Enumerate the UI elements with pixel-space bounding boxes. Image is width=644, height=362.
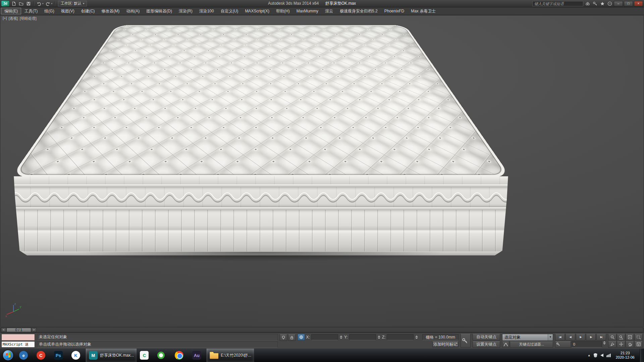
taskbar-app-corel[interactable]: C	[137, 349, 154, 362]
minimize-button[interactable]: –	[614, 1, 623, 6]
menu-item[interactable]: 工具(T)	[21, 8, 41, 14]
taskbar-app-photoshop[interactable]: Ps	[51, 349, 68, 362]
zoom-region-button[interactable]	[634, 334, 643, 341]
time-slider-handle[interactable]: 0 / 1	[6, 328, 31, 332]
goto-end-button[interactable]: ▶|	[596, 334, 606, 341]
goto-start-button[interactable]: |◀	[555, 334, 565, 341]
tray-clock[interactable]: 21:23 2020-12-06	[614, 351, 637, 360]
pan-view-button[interactable]	[617, 341, 625, 348]
menu-item[interactable]: 渲染(R)	[175, 8, 196, 14]
key-filters-button[interactable]: 关键点过滤器...	[510, 342, 553, 348]
menu-item[interactable]: 自定义(U)	[217, 8, 242, 14]
isolate-selection-toggle[interactable]	[280, 334, 287, 341]
menu-item[interactable]: MaxMummy	[293, 8, 322, 14]
selection-set-dropdown[interactable]: 选定对象 ▼	[502, 334, 553, 341]
absolute-mode-toggle[interactable]	[298, 334, 305, 341]
taskbar-app-audition[interactable]: Au	[189, 349, 207, 362]
menu-item[interactable]: 创建(C)	[78, 8, 98, 14]
menu-item[interactable]: 视图(V)	[58, 8, 78, 14]
menu-item[interactable]: 渲云	[322, 8, 336, 14]
taskbar-app-red-c[interactable]: C	[34, 349, 51, 362]
pan-icon	[619, 342, 624, 347]
perspective-viewport[interactable]: [+] [透视] [明暗处理]	[0, 15, 644, 327]
selection-lock-toggle[interactable]	[288, 334, 296, 341]
menu-item[interactable]: 动画(A)	[123, 8, 143, 14]
frame-spinner[interactable]	[603, 341, 606, 348]
mattress-piping-upper	[12, 184, 510, 187]
menu-item[interactable]: 编辑(E)	[1, 8, 21, 14]
taskbar-app-browser[interactable]: e	[16, 349, 34, 362]
taskbar-window-explorer[interactable]: E:\天竹2020\舒...	[207, 349, 254, 362]
search-button[interactable]	[584, 1, 591, 6]
z-spinner[interactable]	[415, 336, 418, 339]
auto-key-button[interactable]: 自动关键点	[473, 334, 500, 341]
current-frame-input[interactable]	[572, 341, 602, 348]
menu-item[interactable]: MAXScript(X)	[241, 8, 273, 14]
coordinate-y-input[interactable]	[349, 334, 376, 340]
viewport-shading-menu[interactable]: [明暗处理]	[20, 16, 37, 21]
taskbar-app-chrome[interactable]	[172, 349, 189, 362]
menu-item[interactable]: 修改器(M)	[98, 8, 123, 14]
set-key-button[interactable]: 设置关键点	[473, 341, 500, 348]
maximize-button[interactable]: □	[624, 1, 633, 6]
show-desktop-button[interactable]	[640, 349, 644, 362]
key-mode-toggle[interactable]	[555, 341, 571, 348]
coordinate-z-input[interactable]	[387, 334, 414, 340]
menu-item[interactable]: 渲染100	[196, 8, 217, 14]
maximize-viewport-toggle[interactable]	[634, 341, 643, 348]
set-keys-button[interactable]	[461, 334, 471, 348]
animation-playback-controls: |◀ ◀ ▶ ▶ ▶|	[555, 334, 606, 348]
time-slider-prev-button[interactable]: <	[1, 328, 6, 332]
help-button[interactable]: ?	[606, 1, 613, 6]
tray-security-icon[interactable]	[594, 353, 597, 358]
menu-item[interactable]: 帮助(H)	[273, 8, 293, 14]
menu-item[interactable]: PhoenixFD	[381, 8, 408, 14]
zoom-extents-button[interactable]	[626, 334, 634, 341]
menu-item[interactable]: Max 杀毒卫士	[408, 8, 439, 14]
menu-item[interactable]: 组(G)	[41, 8, 57, 14]
orbit-button[interactable]	[626, 341, 634, 348]
workspace-dropdown[interactable]: 工作区: 默认 ▾	[58, 1, 87, 6]
tray-network-icon[interactable]	[606, 354, 611, 357]
field-of-view-button[interactable]	[608, 341, 616, 348]
x-spinner[interactable]	[339, 336, 343, 339]
subscription-key-button[interactable]	[592, 1, 598, 6]
menu-item[interactable]: 极速瘦身安全归档5.2	[336, 8, 381, 14]
next-frame-button[interactable]: ▶	[586, 334, 596, 341]
redo-dropdown-arrow[interactable]: ▾	[51, 2, 53, 5]
zoom-button[interactable]	[608, 334, 616, 341]
tray-expand-button[interactable]: ▲	[588, 354, 591, 357]
taskbar-button-label: E:\天竹2020\舒...	[221, 353, 251, 358]
coordinate-x-input[interactable]	[311, 334, 338, 340]
open-file-button[interactable]	[18, 1, 24, 7]
tray-volume-icon[interactable]	[600, 354, 603, 357]
favorites-button[interactable]	[599, 1, 605, 6]
taskbar-app-green-browser[interactable]	[154, 349, 172, 362]
taskbar-window-3dsmax[interactable]: M 舒享床垫OK.max...	[86, 349, 137, 362]
time-slider-track[interactable]: < 0 / 1 >	[1, 327, 643, 333]
previous-frame-button[interactable]: ◀	[566, 334, 575, 341]
time-slider-next-button[interactable]: >	[31, 328, 37, 332]
redo-button[interactable]	[45, 1, 51, 7]
close-button[interactable]: ×	[634, 1, 643, 6]
new-scene-button[interactable]	[10, 1, 17, 7]
viewport-pov-menu[interactable]: [透视]	[9, 16, 18, 21]
taskbar-app-icon: Ps	[54, 351, 63, 360]
menu-item[interactable]: 图形编辑器(D)	[143, 8, 175, 14]
macro-recorder-pane[interactable]	[1, 334, 35, 341]
save-file-button[interactable]	[25, 1, 32, 7]
key-filter-curve-button[interactable]	[502, 342, 509, 348]
infocenter-search-input[interactable]	[532, 1, 583, 6]
undo-button[interactable]	[36, 1, 42, 7]
play-button[interactable]: ▶	[576, 334, 586, 341]
add-time-tag-button[interactable]: 添加时间标记	[432, 341, 459, 347]
application-menu-button[interactable]: 3d	[1, 0, 10, 7]
listener-pane[interactable]: MAXScript 迷	[1, 341, 35, 348]
start-button[interactable]	[0, 349, 16, 362]
viewport-general-menu[interactable]: [+]	[3, 16, 7, 21]
zoom-all-button[interactable]	[617, 334, 625, 341]
undo-dropdown-arrow[interactable]: ▾	[42, 2, 44, 5]
mattress-object[interactable]	[0, 15, 644, 327]
taskbar-app-kugou[interactable]: K	[68, 349, 86, 362]
y-spinner[interactable]	[377, 336, 381, 339]
